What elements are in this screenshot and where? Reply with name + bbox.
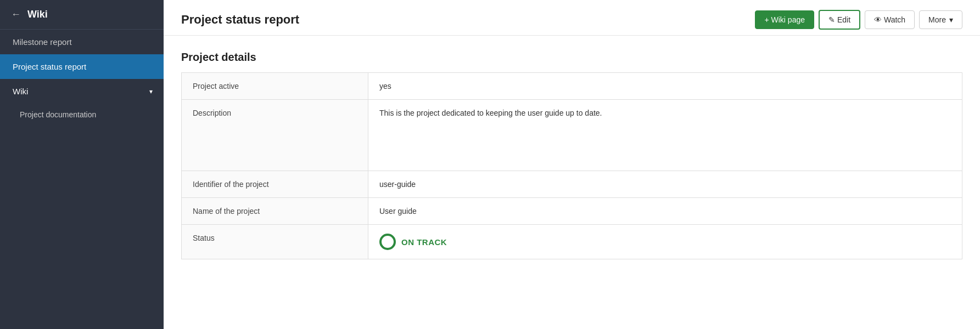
chevron-down-icon: ▾: [149, 88, 153, 95]
more-label: More: [928, 15, 946, 24]
sidebar-navigation: Milestone report Project status report W…: [0, 30, 164, 126]
sidebar-item-milestone-report[interactable]: Milestone report: [0, 30, 164, 54]
section-title: Project details: [181, 51, 962, 64]
table-value-name: User guide: [368, 198, 962, 225]
table-row: Name of the project User guide: [182, 198, 962, 225]
status-circle-icon: [379, 234, 396, 250]
sidebar-wiki-label: Wiki: [13, 87, 28, 96]
sidebar-item-wiki[interactable]: Wiki ▾: [0, 79, 164, 104]
back-arrow-icon[interactable]: ←: [11, 9, 21, 20]
table-label-name: Name of the project: [182, 198, 368, 225]
page-header: Project status report + Wiki page ✎ Edit…: [164, 0, 980, 36]
table-value-project-active: yes: [368, 73, 962, 100]
table-label-description: Description: [182, 100, 368, 171]
details-table: Project active yes Description This is t…: [181, 72, 962, 259]
sidebar-title: Wiki: [27, 9, 48, 20]
sidebar: ← Wiki Milestone report Project status r…: [0, 0, 164, 329]
table-value-identifier: user-guide: [368, 171, 962, 198]
content-area: Project details Project active yes Descr…: [164, 36, 980, 275]
header-actions: + Wiki page ✎ Edit 👁 Watch More ▾: [755, 10, 962, 30]
sidebar-header: ← Wiki: [0, 0, 164, 30]
sidebar-item-project-documentation[interactable]: Project documentation: [0, 104, 164, 126]
table-row: Description This is the project dedicate…: [182, 100, 962, 171]
edit-button[interactable]: ✎ Edit: [819, 10, 860, 30]
more-button[interactable]: More ▾: [919, 10, 962, 29]
wiki-page-button[interactable]: + Wiki page: [755, 10, 814, 29]
table-value-description: This is the project dedicated to keeping…: [368, 100, 962, 171]
table-label-project-active: Project active: [182, 73, 368, 100]
status-indicator: ON TRACK: [379, 234, 951, 250]
page-title: Project status report: [181, 13, 299, 27]
watch-button[interactable]: 👁 Watch: [865, 10, 915, 29]
table-value-status: ON TRACK: [368, 225, 962, 259]
status-text: ON TRACK: [401, 237, 447, 247]
table-label-status: Status: [182, 225, 368, 259]
table-label-identifier: Identifier of the project: [182, 171, 368, 198]
more-chevron-icon: ▾: [949, 15, 953, 24]
sidebar-item-project-status-report[interactable]: Project status report: [0, 54, 164, 79]
main-content: Project status report + Wiki page ✎ Edit…: [164, 0, 980, 329]
table-row: Status ON TRACK: [182, 225, 962, 259]
table-row: Identifier of the project user-guide: [182, 171, 962, 198]
table-row: Project active yes: [182, 73, 962, 100]
